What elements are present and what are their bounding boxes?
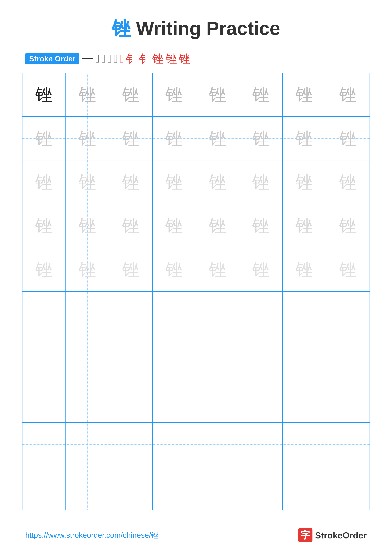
grid-cell-5-7[interactable]: 锉 [283,248,326,291]
stroke-11: 锉 [179,51,190,66]
grid-cell-3-5[interactable]: 锉 [196,161,239,204]
grid-cell-6-7[interactable] [283,292,326,335]
char-display: 锉 [35,86,53,103]
grid-cell-9-1[interactable] [22,423,66,466]
grid-cell-5-6[interactable]: 锉 [239,248,283,291]
grid-row-9 [22,423,370,466]
grid-cell-10-7[interactable] [283,466,326,510]
grid-cell-10-3[interactable] [109,466,153,510]
grid-cell-1-3[interactable]: 锉 [109,73,153,116]
char-display: 锉 [165,86,183,103]
grid-cell-6-4[interactable] [153,292,196,335]
stroke-10: 锉 [165,51,177,66]
grid-cell-6-5[interactable] [196,292,239,335]
grid-cell-4-1[interactable]: 锉 [22,204,66,248]
grid-cell-10-6[interactable] [239,466,283,510]
stroke-order-area: Stroke Order ㇐ 𠂇 𠄌 𠄎 𠄏 𠄡 钅 钅 锉 锉 锉 [0,51,392,66]
grid-cell-5-8[interactable]: 锉 [326,248,370,291]
grid-cell-4-5[interactable]: 锉 [196,204,239,248]
grid-cell-4-8[interactable]: 锉 [326,204,370,248]
grid-cell-9-4[interactable] [153,423,196,466]
grid-cell-8-5[interactable] [196,379,239,423]
grid-cell-3-3[interactable]: 锉 [109,161,153,204]
grid-cell-7-4[interactable] [153,335,196,379]
char-display: 锉 [339,86,356,103]
stroke-9: 锉 [152,51,164,66]
grid-cell-4-6[interactable]: 锉 [239,204,283,248]
grid-cell-1-5[interactable]: 锉 [196,73,239,116]
grid-cell-8-6[interactable] [239,379,283,423]
grid-cell-9-7[interactable] [283,423,326,466]
grid-row-4: 锉 锉 锉 锉 锉 锉 锉 锉 [22,204,370,248]
char-display: 锉 [35,217,53,234]
grid-cell-5-3[interactable]: 锉 [109,248,153,291]
grid-cell-8-7[interactable] [283,379,326,423]
grid-cell-8-1[interactable] [22,379,66,423]
char-display: 锉 [339,217,356,234]
grid-cell-4-3[interactable]: 锉 [109,204,153,248]
grid-cell-9-2[interactable] [66,423,109,466]
grid-cell-9-6[interactable] [239,423,283,466]
grid-cell-5-2[interactable]: 锉 [66,248,109,291]
grid-cell-10-2[interactable] [66,466,109,510]
grid-cell-5-1[interactable]: 锉 [22,248,66,291]
grid-cell-6-1[interactable] [22,292,66,335]
grid-cell-2-7[interactable]: 锉 [283,117,326,160]
grid-cell-1-4[interactable]: 锉 [153,73,196,116]
grid-cell-2-5[interactable]: 锉 [196,117,239,160]
grid-cell-1-6[interactable]: 锉 [239,73,283,116]
grid-cell-1-7[interactable]: 锉 [283,73,326,116]
grid-cell-7-8[interactable] [326,335,370,379]
grid-cell-6-3[interactable] [109,292,153,335]
char-display: 锉 [122,173,139,191]
grid-cell-7-2[interactable] [66,335,109,379]
grid-cell-1-8[interactable]: 锉 [326,73,370,116]
grid-cell-7-5[interactable] [196,335,239,379]
grid-cell-3-4[interactable]: 锉 [153,161,196,204]
grid-cell-2-1[interactable]: 锉 [22,117,66,160]
grid-cell-3-2[interactable]: 锉 [66,161,109,204]
grid-cell-9-3[interactable] [109,423,153,466]
logo-icon: 字 [298,528,313,542]
grid-cell-9-8[interactable] [326,423,370,466]
grid-cell-3-6[interactable]: 锉 [239,161,283,204]
grid-cell-3-7[interactable]: 锉 [283,161,326,204]
grid-cell-5-5[interactable]: 锉 [196,248,239,291]
grid-cell-6-6[interactable] [239,292,283,335]
grid-cell-4-7[interactable]: 锉 [283,204,326,248]
grid-cell-8-3[interactable] [109,379,153,423]
grid-row-3: 锉 锉 锉 锉 锉 锉 锉 锉 [22,161,370,204]
char-display: 锉 [35,261,53,278]
grid-cell-10-1[interactable] [22,466,66,510]
grid-cell-1-1[interactable]: 锉 [22,73,66,116]
grid-cell-8-8[interactable] [326,379,370,423]
grid-cell-2-6[interactable]: 锉 [239,117,283,160]
grid-cell-2-3[interactable]: 锉 [109,117,153,160]
grid-cell-2-2[interactable]: 锉 [66,117,109,160]
grid-cell-10-5[interactable] [196,466,239,510]
grid-cell-10-4[interactable] [153,466,196,510]
grid-cell-6-8[interactable] [326,292,370,335]
grid-cell-7-6[interactable] [239,335,283,379]
grid-cell-8-4[interactable] [153,379,196,423]
char-display: 锉 [296,86,313,103]
stroke-7: 钅 [126,51,137,66]
grid-cell-7-1[interactable] [22,335,66,379]
grid-cell-5-4[interactable]: 锉 [153,248,196,291]
grid-cell-2-4[interactable]: 锉 [153,117,196,160]
grid-cell-4-4[interactable]: 锉 [153,204,196,248]
grid-cell-1-2[interactable]: 锉 [66,73,109,116]
grid-cell-6-2[interactable] [66,292,109,335]
grid-cell-4-2[interactable]: 锉 [66,204,109,248]
char-display: 锉 [35,130,53,147]
grid-cell-9-5[interactable] [196,423,239,466]
char-display: 锉 [252,130,270,147]
grid-cell-3-1[interactable]: 锉 [22,161,66,204]
grid-cell-3-8[interactable]: 锉 [326,161,370,204]
grid-cell-10-8[interactable] [326,466,370,510]
grid-cell-7-7[interactable] [283,335,326,379]
grid-cell-7-3[interactable] [109,335,153,379]
grid-cell-2-8[interactable]: 锉 [326,117,370,160]
grid-cell-8-2[interactable] [66,379,109,423]
char-display: 锉 [79,86,96,103]
